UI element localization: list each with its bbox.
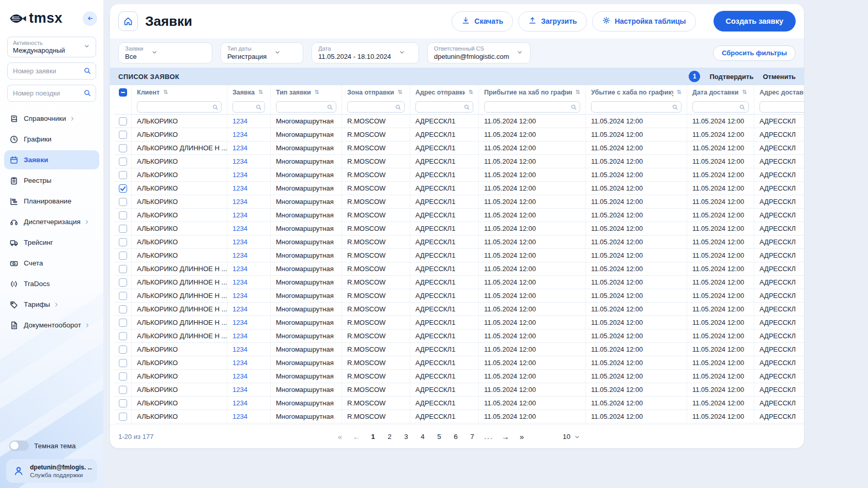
column-header-zone[interactable]: Зона отправки⇅ [342,85,410,99]
page-button-7[interactable]: 7 [466,430,479,444]
filter-requests[interactable]: Заявки Все [118,42,212,64]
row-checkbox[interactable] [119,332,127,340]
table-row[interactable]: АЛЬКОРИКО1234МногомаршрутнаяR.MOSCOWАДРЕ… [114,222,804,235]
request-link[interactable]: 1234 [233,171,247,179]
column-filter-hub_arrival[interactable] [484,101,580,113]
upload-button[interactable]: Загрузить [518,11,586,32]
sidebar-item-codedoc[interactable]: TraDocs [4,274,99,293]
download-button[interactable]: Скачать [452,11,513,32]
row-checkbox[interactable] [119,211,127,219]
page-button-2[interactable]: 2 [383,430,396,444]
request-link[interactable]: 1234 [233,278,247,286]
last-page-button[interactable]: » [515,430,529,444]
confirm-button[interactable]: Подтвердить [709,73,753,81]
filter-responsible-cs[interactable]: Ответственный CS dpetunin@fmlogistic.com [427,42,531,64]
sort-icon[interactable]: ⇅ [576,89,580,96]
table-row[interactable]: АЛЬКОРИКО1234МногомаршрутнаяR.MOSCOWАДРЕ… [114,168,804,182]
sort-icon[interactable]: ⇅ [469,89,473,96]
column-header-address[interactable]: Адрес отправки⇅ [410,85,479,99]
row-checkbox[interactable] [119,251,127,260]
table-row[interactable]: АЛЬКОРИКО1234МногомаршрутнаяR.MOSCOWАДРЕ… [114,343,804,356]
row-checkbox[interactable] [119,305,127,313]
column-header-client[interactable]: Клиент⇅ [132,85,227,99]
sidebar-collapse-button[interactable] [83,11,97,26]
sort-icon[interactable]: ⇅ [315,89,319,96]
row-checkbox[interactable] [119,372,127,381]
request-link[interactable]: 1234 [233,292,247,300]
row-checkbox[interactable] [119,198,127,206]
table-row[interactable]: АЛЬКОРИКО1234МногомаршрутнаяR.MOSCOWАДРЕ… [114,182,804,195]
page-button-3[interactable]: 3 [399,430,413,444]
prev-page-button[interactable]: ← [350,430,363,444]
table-row[interactable]: АЛЬКОРИКО1234МногомаршрутнаяR.MOSCOWАДРЕ… [114,370,804,383]
create-request-button[interactable]: Создать заявку [714,11,796,32]
page-button-5[interactable]: 5 [432,430,446,444]
row-checkbox[interactable] [119,278,127,287]
table-row[interactable]: АЛЬКОРИКО ДЛИННОЕ Н ...1234Многомаршрутн… [114,276,804,289]
row-checkbox[interactable] [119,413,127,421]
sidebar-item-clipboard[interactable]: Реестры [4,171,99,190]
search-icon[interactable] [83,67,91,77]
column-header-delivery_address[interactable]: Адрес доставки⇅ [754,85,804,99]
page-button-1[interactable]: 1 [366,430,380,444]
row-checkbox[interactable] [119,117,127,125]
page-size-select[interactable]: 10 [563,433,581,440]
request-link[interactable]: 1234 [233,399,247,407]
request-link[interactable]: 1234 [233,359,247,367]
request-link[interactable]: 1234 [233,198,247,206]
sort-icon[interactable]: ⇅ [398,89,402,96]
request-link[interactable]: 1234 [233,211,247,219]
request-link[interactable]: 1234 [233,131,247,138]
row-checkbox[interactable] [119,225,127,233]
column-filter-client[interactable] [137,101,222,113]
row-checkbox[interactable] [119,238,127,246]
table-row[interactable]: АЛЬКОРИКО1234МногомаршрутнаяR.MOSCOWАДРЕ… [114,128,804,141]
table-row[interactable]: АЛЬКОРИКО ДЛИННОЕ Н ...1234Многомаршрутн… [114,289,804,303]
table-row[interactable]: АЛЬКОРИКО1234МногомаршрутнаяR.MOSCOWАДРЕ… [114,356,804,370]
sort-icon[interactable]: ⇅ [163,89,168,96]
sort-icon[interactable]: ⇅ [258,89,263,96]
sidebar-item-tag[interactable]: Тарифы [4,295,99,314]
request-link[interactable]: 1234 [233,332,247,340]
column-filter-hub_departure[interactable] [591,101,681,113]
table-row[interactable]: АЛЬКОРИКО ДЛИННОЕ Н ...1234Многомаршрутн… [114,316,804,329]
next-page-button[interactable]: → [499,430,512,444]
column-filter-delivery_address[interactable] [760,101,804,113]
column-header-delivery_date[interactable]: Дата доставки⇅ [687,85,754,99]
page-button-6[interactable]: 6 [449,430,462,444]
page-button-4[interactable]: 4 [416,430,429,444]
request-link[interactable]: 1234 [233,386,247,393]
sidebar-item-book[interactable]: Справочники [4,109,99,128]
table-row[interactable]: АЛЬКОРИКО1234МногомаршрутнаяR.MOSCOWАДРЕ… [114,209,804,222]
row-checkbox[interactable] [119,131,127,139]
table-settings-button[interactable]: Настройка таблицы [592,11,696,32]
cancel-button[interactable]: Отменить [763,73,796,81]
sidebar-item-clock[interactable]: Графики [4,130,99,149]
table-row[interactable]: АЛЬКОРИКО1234МногомаршрутнаяR.MOSCOWАДРЕ… [114,397,804,410]
first-page-button[interactable]: « [333,430,347,444]
request-link[interactable]: 1234 [233,184,247,192]
table-row[interactable]: АЛЬКОРИКО1234МногомаршрутнаяR.MOSCOWАДРЕ… [114,235,804,249]
row-checkbox[interactable] [119,292,127,300]
row-checkbox[interactable] [119,144,127,152]
sidebar-item-headset[interactable]: Диспетчеризация [4,212,99,231]
table-row[interactable]: АЛЬКОРИКО1234МногомаршрутнаяR.MOSCOWАДРЕ… [114,410,804,423]
table-row[interactable]: АЛЬКОРИКО1234МногомаршрутнаяR.MOSCOWАДРЕ… [114,155,804,168]
row-checkbox[interactable] [119,184,127,193]
request-link[interactable]: 1234 [233,158,247,165]
sort-icon[interactable]: ⇅ [677,89,681,96]
table-row[interactable]: АЛЬКОРИКО ДЛИННОЕ Н ...1234Многомаршрутн… [114,303,804,316]
request-link[interactable]: 1234 [233,238,247,246]
table-row[interactable]: АЛЬКОРИКО1234МногомаршрутнаяR.MOSCOWАДРЕ… [114,115,804,128]
user-card[interactable]: dpetunin@fmlogis. ... Служба поддержки [6,459,97,483]
select-all-checkbox[interactable] [119,88,127,97]
request-link[interactable]: 1234 [233,413,247,420]
request-link[interactable]: 1234 [233,265,247,273]
row-checkbox[interactable] [119,265,127,273]
sidebar-item-gantt[interactable]: Планирование [4,192,99,211]
row-checkbox[interactable] [119,171,127,179]
filter-date-type[interactable]: Тип даты Регистрация [221,42,303,64]
sidebar-item-truck[interactable]: Трейсинг [4,233,99,252]
table-row[interactable]: АЛЬКОРИКО ДЛИННОЕ Н ...1234Многомаршрутн… [114,141,804,155]
request-link[interactable]: 1234 [233,372,247,380]
